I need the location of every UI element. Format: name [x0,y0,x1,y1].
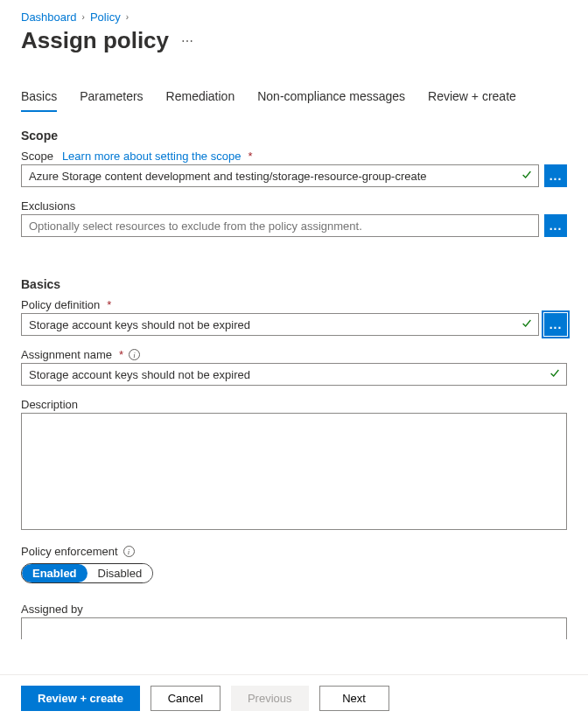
required-indicator: * [107,298,111,311]
section-scope-heading: Scope [21,129,567,143]
policy-enforcement-label: Policy enforcement [21,545,118,558]
tab-basics[interactable]: Basics [21,84,57,112]
policy-definition-picker-button[interactable]: ... [544,313,567,336]
description-label: Description [21,398,567,411]
policy-enforcement-toggle: Enabled Disabled [21,563,153,583]
scope-input-field[interactable] [29,170,514,183]
policy-definition-field[interactable] [29,318,514,331]
exclusions-input[interactable] [21,214,539,237]
breadcrumb: Dashboard › Policy › [21,7,567,24]
exclusions-input-field[interactable] [29,220,514,233]
check-icon [521,317,533,332]
required-indicator: * [248,150,252,163]
policy-definition-label-row: Policy definition * [21,298,567,311]
more-actions-icon[interactable]: ⋯ [181,34,194,48]
exclusions-label: Exclusions [21,199,567,213]
check-icon [549,367,561,382]
required-indicator: * [119,348,123,361]
assignment-name-label: Assignment name [21,348,112,361]
info-icon[interactable]: i [129,349,140,360]
tab-bar: Basics Parameters Remediation Non-compli… [21,84,567,113]
chevron-right-icon: › [82,12,85,22]
description-textarea[interactable] [21,413,567,530]
scope-label-row: Scope Learn more about setting the scope… [21,150,567,163]
assigned-by-field[interactable] [29,623,542,636]
chevron-right-icon: › [126,12,129,22]
assigned-by-input[interactable] [21,617,567,639]
enforcement-disabled-option[interactable]: Disabled [88,564,153,582]
assignment-name-label-row: Assignment name * i [21,348,567,361]
tab-non-compliance[interactable]: Non-compliance messages [257,84,405,112]
policy-definition-input[interactable] [21,313,539,336]
policy-enforcement-label-row: Policy enforcement i [21,545,567,558]
info-icon[interactable]: i [123,546,135,557]
tab-review-create[interactable]: Review + create [428,84,516,112]
scope-learn-more-link[interactable]: Learn more about setting the scope [62,150,242,163]
page-title: Assign policy [21,27,169,54]
section-basics-heading: Basics [21,277,567,291]
scope-input[interactable] [21,164,539,187]
policy-definition-label: Policy definition [21,298,100,311]
breadcrumb-dashboard[interactable]: Dashboard [21,10,77,24]
scope-label: Scope [21,150,53,163]
scope-picker-button[interactable]: ... [544,164,567,187]
tab-parameters[interactable]: Parameters [80,84,143,112]
enforcement-enabled-option[interactable]: Enabled [22,564,88,582]
assigned-by-label: Assigned by [21,603,567,616]
assignment-name-field[interactable] [29,368,542,381]
exclusions-picker-button[interactable]: ... [544,214,567,237]
breadcrumb-policy[interactable]: Policy [90,10,121,24]
check-icon [521,169,533,184]
tab-remediation[interactable]: Remediation [166,84,235,112]
assignment-name-input[interactable] [21,363,567,386]
